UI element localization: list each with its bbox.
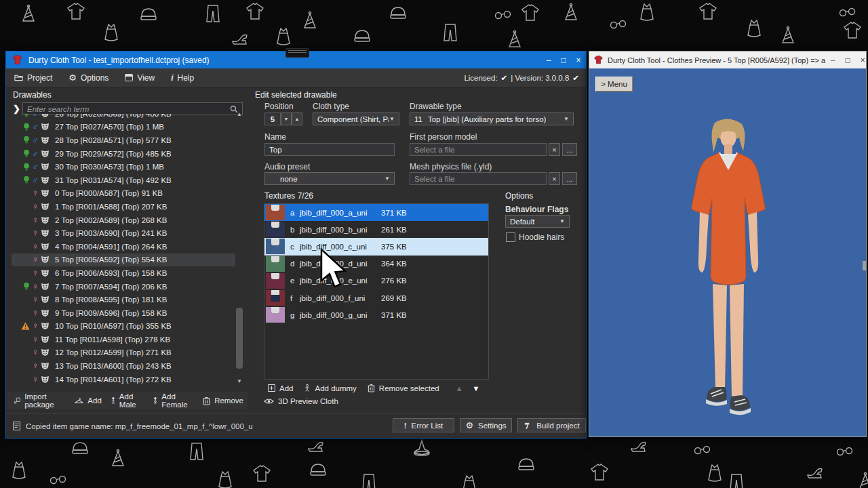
close-button[interactable]: × <box>571 56 586 65</box>
mesh-clear-button[interactable]: × <box>549 172 560 185</box>
trash-icon <box>368 384 375 392</box>
drawable-row[interactable]: ♂31 Top [R031/A574] (Top) 492 KB <box>12 174 235 187</box>
drawable-row[interactable]: ♂29 Top [R029/A572] (Top) 485 KB <box>12 147 235 161</box>
minimize-button[interactable]: – <box>541 56 556 65</box>
drawable-row[interactable]: ♀7 Top [R007/A594] (Top) 206 KB <box>12 280 235 293</box>
pants-icon <box>187 442 206 461</box>
clothing-mask-icon <box>41 336 50 344</box>
position-value[interactable]: 5 <box>264 113 281 125</box>
drawable-row[interactable]: ♀13 Top [R013/A600] (Top) 243 KB <box>12 359 235 373</box>
fpm-browse-button[interactable]: ... <box>562 143 577 156</box>
texture-row[interactable]: djbib_diff_000_d_uni364 KB <box>264 256 488 272</box>
drawable-row[interactable]: ♂30 Top [R030/A573] (Top) 1 MB <box>12 160 235 174</box>
clothing-mask-icon <box>41 322 50 330</box>
male-icon: ♂ <box>32 137 39 144</box>
female-icon: ♀ <box>32 243 39 250</box>
remove-drawable-button[interactable]: Remove <box>199 394 248 407</box>
texture-letter: b <box>290 226 297 234</box>
drawable-row[interactable]: ♀0 Top [R000/A587] (Top) 91 KB <box>12 187 235 201</box>
add-drawable-button[interactable]: Add <box>71 394 105 407</box>
mesh-physics-input[interactable]: Select a file <box>410 172 547 185</box>
position-down-button[interactable]: ▼ <box>281 113 292 125</box>
drawable-type-label: Drawable type <box>410 102 462 111</box>
maximize-button[interactable]: □ <box>556 56 571 65</box>
dress-icon <box>102 23 121 42</box>
drawable-row-icons: ♀ <box>12 322 50 330</box>
fpm-clear-button[interactable]: × <box>549 143 560 156</box>
drawable-row[interactable]: ♀4 Top [R004/A591] (Top) 264 KB <box>12 240 235 253</box>
add-dummy-button[interactable]: Add dummy <box>300 382 360 394</box>
texture-thumbnail <box>266 205 285 220</box>
texture-letter: e <box>290 277 297 285</box>
preview-cloth-toggle[interactable]: 3D Preview Cloth <box>264 397 338 405</box>
bulb-icon <box>23 282 30 291</box>
scroll-down-icon[interactable]: ▼ <box>235 378 243 384</box>
move-texture-up-button[interactable]: ▲ <box>456 384 463 392</box>
texture-row[interactable]: fjbib_diff_000_f_uni269 KB <box>264 289 488 306</box>
drawable-row[interactable]: ♀3 Top [R003/A590] (Top) 241 KB <box>12 226 235 240</box>
menu-project[interactable]: Project <box>6 68 60 87</box>
drawable-row[interactable]: ♂28 Top [R028/A571] (Top) 577 KB <box>12 134 235 147</box>
hoodie-hairs-checkbox[interactable] <box>506 232 515 242</box>
menu-view[interactable]: View <box>117 68 163 87</box>
texture-letter: g <box>290 311 297 319</box>
options-header: Options <box>505 191 533 201</box>
move-texture-down-button[interactable]: ▼ <box>473 384 480 392</box>
texture-row[interactable]: cjbib_diff_000_c_uni375 KB <box>264 238 488 255</box>
behaviour-flags-dropdown[interactable]: Default ▼ <box>505 215 570 228</box>
mesh-browse-button[interactable]: ... <box>562 172 577 185</box>
drawable-row[interactable]: ♀2 Top [R002/A589] (Top) 268 KB <box>12 214 235 227</box>
menu-options[interactable]: ⚙ Options <box>60 68 117 87</box>
main-window-title: Durty Cloth Tool - test_importofhell.dct… <box>28 56 210 65</box>
drawable-row[interactable]: ♀14 Top [R014/A601] (Top) 272 KB <box>12 373 235 386</box>
drawable-row[interactable]: ♀12 Top [R012/A599] (Top) 271 KB <box>12 346 235 360</box>
texture-row[interactable]: bjbib_diff_000_b_uni261 KB <box>264 221 488 238</box>
heel-icon <box>231 30 250 49</box>
texture-letter: a <box>290 209 297 217</box>
scroll-up-icon[interactable]: ▲ <box>235 111 243 117</box>
drawable-row[interactable]: ♀9 Top [R009/A596] (Top) 158 KB <box>12 306 235 320</box>
add-female-button[interactable]: Add Female <box>149 390 197 411</box>
chevron-down-icon: ▼ <box>384 176 390 182</box>
settings-button[interactable]: ⚙ Settings <box>460 418 512 432</box>
texture-size: 269 KB <box>381 294 407 302</box>
maximize-button[interactable]: □ <box>840 56 855 65</box>
drawable-row[interactable]: ♀6 Top [R006/A593] (Top) 158 KB <box>12 266 235 280</box>
import-package-button[interactable]: Import package <box>10 390 69 411</box>
remove-selected-button[interactable]: Remove selected <box>363 382 443 394</box>
error-list-button[interactable]: ! Error List <box>393 418 454 432</box>
preview-viewport[interactable]: > Menu <box>589 68 866 436</box>
drawable-row[interactable]: ♀5 Top [R005/A592] (Top) 554 KB <box>12 253 235 267</box>
close-button[interactable]: × <box>855 56 868 65</box>
preview-titlebar[interactable]: Durty Cloth Tool - Clothes Preview - 5 T… <box>589 52 866 68</box>
texture-thumbnail <box>266 256 285 272</box>
drawable-row[interactable]: ♂26 Top [R026/A569] (Top) 400 KB <box>12 114 235 121</box>
build-project-button[interactable]: Build project <box>517 418 586 432</box>
clothing-mask-icon <box>41 362 50 370</box>
drawable-row[interactable]: ♀8 Top [R008/A595] (Top) 181 KB <box>12 293 235 306</box>
drawable-row[interactable]: ♀11 Top [R011/A598] (Top) 278 KB <box>12 333 235 346</box>
cloth-type-dropdown[interactable]: Component (Shirt, Pan... ▼ <box>313 113 399 125</box>
drawable-label: 1 Top [R001/A588] (Top) 207 KB <box>55 203 167 211</box>
expand-chevron-icon[interactable]: ❯ <box>13 104 20 114</box>
drawable-type-dropdown[interactable]: 11 Top [jbib] (Auxiliary parts for torso… <box>410 113 574 125</box>
drawable-row[interactable]: ♂27 Top [R027/A570] (Top) 1 MB <box>12 121 235 134</box>
audio-preset-dropdown[interactable]: none ▼ <box>264 172 395 185</box>
drawable-row[interactable]: ♀1 Top [R001/A588] (Top) 207 KB <box>12 200 235 214</box>
drawable-label: 12 Top [R012/A599] (Top) 271 KB <box>55 348 172 357</box>
texture-row[interactable]: ejbib_diff_000_e_uni276 KB <box>264 272 488 289</box>
first-person-model-input[interactable]: Select a file <box>410 143 547 156</box>
gear-icon: ⚙ <box>465 420 473 430</box>
name-input[interactable]: Top <box>264 143 395 156</box>
position-up-button[interactable]: ▲ <box>292 113 302 125</box>
texture-row[interactable]: ajbib_diff_000_a_uni371 KB <box>264 204 488 221</box>
drawables-scrollbar-thumb[interactable] <box>236 308 243 369</box>
minimize-button[interactable]: – <box>825 56 840 65</box>
preview-menu-button[interactable]: > Menu <box>595 77 633 92</box>
drawable-row[interactable]: ♀10 Top [R010/A597] (Top) 355 KB <box>12 320 235 333</box>
app-logo-icon <box>593 55 604 65</box>
add-texture-button[interactable]: Add <box>264 382 297 394</box>
menu-help[interactable]: i Help <box>163 68 202 87</box>
add-male-button[interactable]: Add Male <box>107 390 148 411</box>
texture-row[interactable]: gjbib_diff_000_g_uni371 KB <box>264 306 488 323</box>
